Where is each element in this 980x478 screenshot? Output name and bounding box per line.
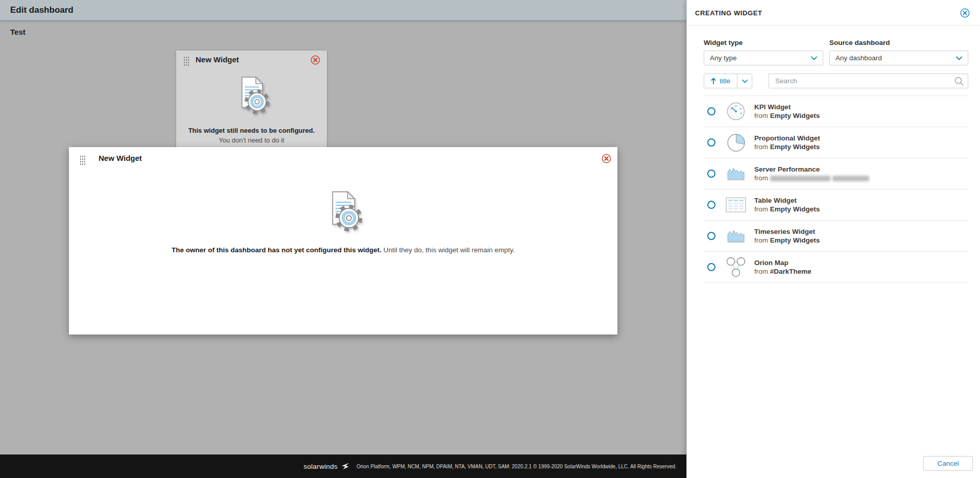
radio-button[interactable]	[707, 232, 715, 240]
modal-message: The owner of this dashboard has not yet …	[89, 245, 597, 255]
widget-card-header: New Widget	[176, 51, 327, 70]
modal-header: New Widget	[69, 147, 617, 166]
message-regular: Until they do, this widget will remain e…	[381, 246, 515, 254]
sort-control: title	[704, 74, 752, 88]
widget-type-value: Any type	[710, 54, 737, 62]
dashboard-title: Test	[10, 28, 26, 36]
widget-option-server-performance[interactable]: Server Performance from	[704, 158, 968, 189]
widget-option-title: Orion Map	[754, 258, 811, 267]
area-chart-icon	[724, 166, 748, 181]
new-widget-modal: New Widget	[69, 147, 617, 334]
solarwinds-logo: solarwinds	[303, 463, 338, 470]
widget-option-title: KPI Widget	[754, 103, 820, 111]
network-map-icon	[724, 257, 748, 277]
widget-option-source: from Empty Widgets	[754, 111, 820, 120]
table-icon	[724, 197, 748, 212]
area-chart-icon	[724, 228, 748, 244]
widget-type-filter: Widget type Any type	[704, 39, 823, 65]
modal-body: The owner of this dashboard has not yet …	[69, 166, 617, 255]
footer-copyright: Orion Platform, WPM, NCM, NPM, DPAIM, NT…	[356, 464, 676, 469]
redacted-text	[832, 176, 869, 181]
widget-option-orion-map[interactable]: Orion Map from #DarkTheme	[704, 252, 968, 283]
close-panel-button[interactable]	[960, 8, 970, 18]
message-bold: The owner of this dashboard has not yet …	[172, 246, 381, 254]
panel-body: Widget type Any type Source dashboard An…	[687, 26, 980, 283]
page-title: Edit dashboard	[10, 5, 74, 15]
document-gear-icon	[321, 189, 365, 235]
widget-option-proportional-widget[interactable]: Proportional Widget from Empty Widgets	[704, 127, 968, 158]
close-widget-button[interactable]	[602, 154, 611, 163]
cancel-button[interactable]: Cancel	[923, 456, 973, 471]
chevron-down-icon	[811, 56, 817, 60]
document-gear-icon	[231, 74, 272, 118]
search-input[interactable]	[769, 74, 968, 88]
widget-option-source: from Empty Widgets	[754, 236, 820, 245]
sort-options-button[interactable]	[737, 74, 752, 88]
widget-option-text: Timeseries Widget from Empty Widgets	[754, 227, 820, 245]
widget-option-text: KPI Widget from Empty Widgets	[754, 103, 820, 120]
close-widget-button[interactable]	[310, 55, 320, 65]
creating-widget-panel: CREATING WIDGET Widget type Any type	[686, 0, 980, 478]
widget-option-kpi-widget[interactable]: KPI Widget from Empty Widgets	[704, 96, 968, 127]
drag-handle-icon[interactable]	[80, 155, 86, 165]
sort-label: title	[720, 77, 730, 85]
gauge-icon	[724, 102, 748, 121]
widget-option-timeseries-widget[interactable]: Timeseries Widget from Empty Widgets	[704, 221, 968, 252]
close-icon	[602, 154, 611, 163]
radio-button[interactable]	[707, 263, 715, 271]
widget-option-title: Proportional Widget	[754, 134, 820, 142]
widget-type-label: Widget type	[704, 39, 823, 46]
footer-bar: solarwinds Orion Platform, WPM, NCM, NPM…	[0, 455, 686, 478]
panel-title: CREATING WIDGET	[695, 9, 762, 17]
sort-ascending-icon	[711, 78, 716, 84]
redacted-text	[770, 176, 830, 181]
widget-option-text: Table Widget from Empty Widgets	[754, 196, 820, 213]
pie-chart-icon	[724, 133, 748, 152]
close-icon	[310, 55, 320, 65]
widget-option-source: from Empty Widgets	[754, 205, 820, 213]
solarwinds-logo-icon	[342, 463, 349, 470]
panel-header: CREATING WIDGET	[687, 0, 980, 26]
source-dashboard-filter: Source dashboard Any dashboard	[829, 39, 968, 65]
source-dashboard-label: Source dashboard	[829, 39, 968, 46]
widget-card-title: New Widget	[196, 55, 239, 64]
sort-by-title-button[interactable]: title	[704, 74, 737, 88]
widget-option-source: from #DarkTheme	[754, 267, 811, 276]
source-dashboard-value: Any dashboard	[835, 54, 882, 62]
chevron-down-icon	[742, 79, 748, 83]
drag-handle-icon[interactable]	[183, 56, 189, 66]
widget-card-message: This widget still needs to be configured…	[186, 126, 317, 146]
widget-option-title: Timeseries Widget	[754, 227, 820, 236]
widget-option-table-widget[interactable]: Table Widget from Empty Widgets	[704, 189, 968, 221]
close-icon	[960, 8, 970, 18]
widget-list: KPI Widget from Empty Widgets Proportion…	[704, 95, 968, 283]
widget-option-text: Proportional Widget from Empty Widgets	[754, 134, 820, 151]
message-regular: You don't need to do it	[219, 136, 284, 144]
widget-option-text: Orion Map from #DarkTheme	[754, 258, 811, 276]
sort-search-row: title	[704, 74, 968, 88]
dashboard-canvas: Test New Widget	[0, 20, 686, 455]
widget-option-source: from Empty Widgets	[754, 142, 820, 151]
radio-button[interactable]	[707, 201, 715, 209]
message-bold: This widget still needs to be configured…	[188, 127, 315, 134]
radio-button[interactable]	[707, 138, 715, 147]
widget-type-select[interactable]: Any type	[704, 51, 823, 65]
radio-button[interactable]	[707, 107, 715, 115]
app-root: Edit dashboard Test New Widget	[0, 0, 980, 478]
widget-option-title: Table Widget	[754, 196, 820, 205]
chevron-down-icon	[956, 56, 962, 60]
footer-content: solarwinds Orion Platform, WPM, NCM, NPM…	[0, 455, 686, 478]
filter-row: Widget type Any type Source dashboard An…	[704, 39, 968, 65]
edit-dashboard-header: Edit dashboard	[0, 0, 686, 20]
radio-button[interactable]	[707, 170, 715, 178]
search-field-wrap	[769, 74, 968, 88]
widget-option-text: Server Performance from	[754, 165, 869, 182]
modal-title: New Widget	[99, 154, 142, 162]
source-dashboard-select[interactable]: Any dashboard	[829, 51, 968, 65]
widget-option-source-redacted: from	[754, 174, 869, 182]
widget-card-body: This widget still needs to be configured…	[176, 70, 327, 146]
widget-option-title: Server Performance	[754, 165, 869, 174]
search-icon	[954, 77, 964, 88]
